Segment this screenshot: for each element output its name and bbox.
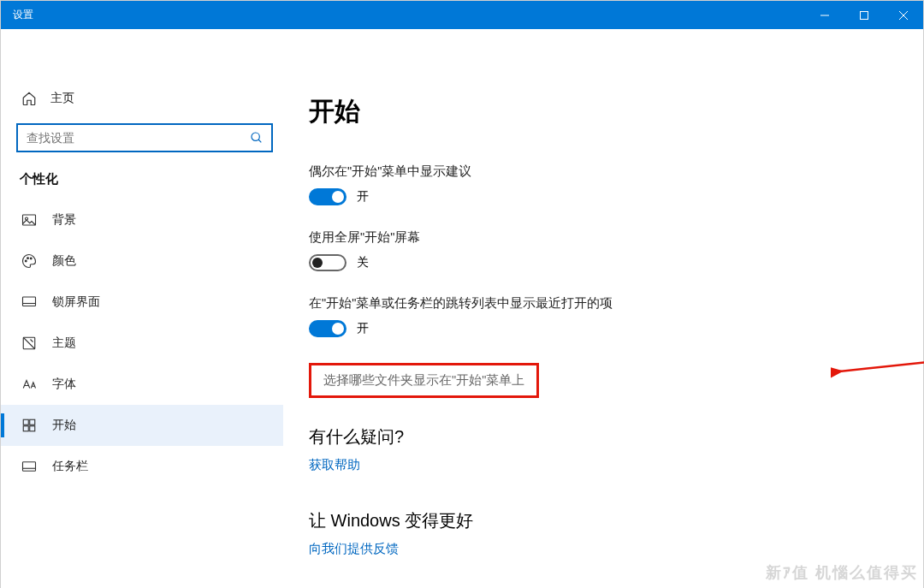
toggle-state: 开 bbox=[357, 321, 369, 336]
theme-icon bbox=[21, 336, 37, 351]
sidebar-item-colors[interactable]: 颜色 bbox=[1, 241, 283, 282]
svg-rect-15 bbox=[30, 419, 35, 425]
palette-icon bbox=[21, 253, 37, 269]
svg-rect-1 bbox=[861, 11, 868, 19]
minimize-button[interactable] bbox=[805, 1, 844, 29]
window-title: 设置 bbox=[1, 8, 33, 22]
home-icon bbox=[21, 91, 37, 106]
watermark: 新ｱ值 机惱么值得买 bbox=[766, 562, 918, 583]
search-field[interactable] bbox=[27, 131, 249, 145]
setting-label: 偶尔在"开始"菜单中显示建议 bbox=[309, 163, 923, 180]
help-heading: 有什么疑问? bbox=[309, 425, 923, 448]
toggle-fullscreen[interactable] bbox=[309, 254, 346, 271]
svg-line-5 bbox=[258, 140, 261, 142]
sidebar-item-label: 字体 bbox=[52, 377, 76, 392]
choose-folders-link[interactable]: 选择哪些文件夹显示在"开始"菜单上 bbox=[317, 368, 531, 393]
annotation-highlight-box: 选择哪些文件夹显示在"开始"菜单上 bbox=[309, 363, 539, 398]
search-icon bbox=[249, 130, 264, 146]
content-area: 开始 偶尔在"开始"菜单中显示建议 开 使用全屏"开始"屏幕 关 在"开始"菜单… bbox=[283, 29, 923, 588]
sidebar-item-start[interactable]: 开始 bbox=[1, 405, 283, 446]
feedback-link[interactable]: 向我们提供反馈 bbox=[309, 541, 399, 557]
toggle-suggestions[interactable] bbox=[309, 188, 346, 205]
close-button[interactable] bbox=[884, 1, 923, 29]
picture-icon bbox=[21, 212, 37, 228]
svg-point-4 bbox=[252, 133, 259, 140]
sidebar-item-label: 背景 bbox=[52, 212, 76, 228]
sidebar-item-themes[interactable]: 主题 bbox=[1, 323, 283, 364]
setting-fullscreen-start: 使用全屏"开始"屏幕 关 bbox=[309, 229, 923, 271]
setting-label: 在"开始"菜单或任务栏的跳转列表中显示最近打开的项 bbox=[309, 295, 923, 312]
svg-point-10 bbox=[30, 258, 32, 259]
category-label: 个性化 bbox=[1, 171, 283, 199]
sidebar-item-taskbar[interactable]: 任务栏 bbox=[1, 446, 283, 487]
font-icon bbox=[21, 377, 37, 392]
svg-point-9 bbox=[27, 258, 29, 259]
sidebar-item-background[interactable]: 背景 bbox=[1, 199, 283, 241]
sidebar: 主页 个性化 背景 bbox=[1, 29, 283, 588]
sidebar-item-label: 任务栏 bbox=[52, 459, 88, 474]
svg-rect-17 bbox=[30, 426, 35, 431]
sidebar-item-label: 主题 bbox=[52, 336, 76, 351]
home-label: 主页 bbox=[50, 91, 74, 106]
setting-suggestions: 偶尔在"开始"菜单中显示建议 开 bbox=[309, 163, 923, 205]
setting-recent-items: 在"开始"菜单或任务栏的跳转列表中显示最近打开的项 开 bbox=[309, 295, 923, 337]
svg-rect-11 bbox=[23, 297, 36, 306]
taskbar-icon bbox=[21, 459, 37, 474]
page-title: 开始 bbox=[309, 94, 923, 129]
annotation-arrow bbox=[831, 353, 924, 387]
toggle-state: 开 bbox=[357, 189, 369, 205]
sidebar-item-label: 锁屏界面 bbox=[52, 294, 100, 310]
help-link[interactable]: 获取帮助 bbox=[309, 457, 360, 473]
sidebar-item-label: 开始 bbox=[52, 418, 76, 433]
svg-rect-18 bbox=[23, 462, 36, 472]
sidebar-item-label: 颜色 bbox=[52, 253, 76, 269]
lockscreen-icon bbox=[21, 294, 37, 310]
feedback-heading: 让 Windows 变得更好 bbox=[309, 509, 923, 532]
maximize-button[interactable] bbox=[844, 1, 884, 29]
svg-point-8 bbox=[25, 260, 27, 262]
setting-label: 使用全屏"开始"屏幕 bbox=[309, 229, 923, 246]
svg-rect-14 bbox=[23, 419, 28, 425]
start-icon bbox=[21, 418, 37, 433]
sidebar-item-lockscreen[interactable]: 锁屏界面 bbox=[1, 282, 283, 323]
sidebar-home[interactable]: 主页 bbox=[1, 82, 283, 115]
titlebar: 设置 bbox=[1, 1, 923, 29]
toggle-recent[interactable] bbox=[309, 320, 346, 337]
search-input[interactable] bbox=[16, 123, 273, 152]
svg-line-21 bbox=[839, 358, 924, 371]
toggle-state: 关 bbox=[357, 255, 369, 270]
svg-rect-16 bbox=[23, 426, 28, 431]
sidebar-item-fonts[interactable]: 字体 bbox=[1, 364, 283, 405]
